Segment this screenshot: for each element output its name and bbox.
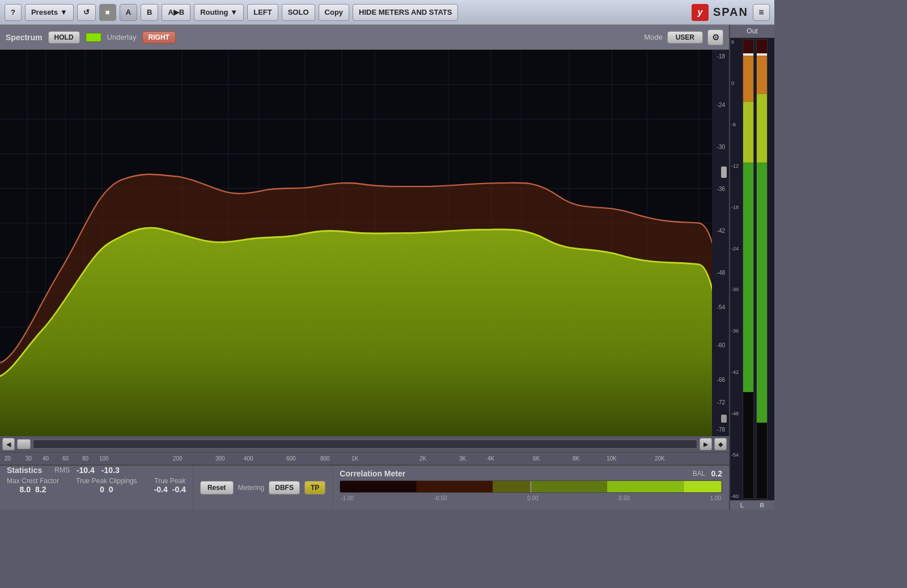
meter-db-neg48: -48 bbox=[731, 411, 743, 416]
statistics-section: Statistics RMS -10.4 -10.3 Max Crest Fac… bbox=[0, 466, 193, 510]
scroll-thumb[interactable] bbox=[17, 439, 31, 449]
correlation-section: Correlation Meter BAL 0.2 bbox=[333, 466, 729, 510]
freq-label-4k: 4K bbox=[488, 455, 494, 462]
freq-label-2k: 2K bbox=[419, 455, 426, 462]
meter-db-neg42: -42 bbox=[731, 369, 743, 375]
db-label-18: -18 bbox=[717, 53, 727, 59]
b-button[interactable]: B bbox=[141, 4, 158, 21]
svg-rect-46 bbox=[757, 163, 767, 423]
freq-label-10k: 10K bbox=[607, 455, 617, 462]
clippings-left: 0 bbox=[100, 485, 104, 494]
meter-db-0: 0 bbox=[731, 80, 743, 86]
correlation-title: Correlation Meter bbox=[340, 469, 405, 478]
correlation-header: Correlation Meter BAL 0.2 bbox=[340, 469, 722, 478]
true-peak-label: True Peak bbox=[154, 477, 185, 485]
freq-labels: 20 30 40 60 80 100 200 300 400 600 800 1… bbox=[0, 452, 729, 465]
solo-button[interactable]: SOLO bbox=[282, 4, 315, 21]
crest-right: 8.2 bbox=[35, 485, 46, 494]
svg-rect-36 bbox=[743, 40, 753, 53]
logo-icon: y bbox=[692, 4, 709, 21]
metering-section: Reset Metering DBFS TP bbox=[193, 466, 333, 510]
svg-rect-47 bbox=[757, 423, 767, 498]
green-indicator[interactable] bbox=[86, 33, 101, 42]
true-peak-left: -0.4 bbox=[154, 485, 168, 494]
statistics-title: Statistics bbox=[7, 466, 48, 475]
crest-left: 8.0 bbox=[20, 485, 31, 494]
true-peak-right: -0.4 bbox=[172, 485, 186, 494]
help-button[interactable]: ? bbox=[5, 4, 22, 21]
db-label-24: -24 bbox=[717, 102, 727, 108]
svg-rect-41 bbox=[743, 392, 753, 498]
spectrum-display[interactable]: -18 -24 -30 -36 -42 -48 -54 -60 -66 -72 … bbox=[0, 50, 729, 436]
svg-rect-30 bbox=[417, 481, 493, 492]
clippings-right: 0 bbox=[109, 485, 113, 494]
mode-button[interactable]: USER bbox=[667, 31, 703, 44]
bal-value: 0.2 bbox=[711, 469, 722, 478]
copy-button[interactable]: Copy bbox=[319, 4, 350, 21]
presets-button[interactable]: Presets ▼ bbox=[25, 4, 74, 21]
logo-text: SPAN bbox=[713, 6, 748, 19]
left-button[interactable]: LEFT bbox=[247, 4, 278, 21]
correlation-meter-bar[interactable] bbox=[340, 480, 722, 493]
rms-right-value: -10.3 bbox=[101, 466, 120, 475]
right-indicator[interactable]: RIGHT bbox=[142, 31, 176, 44]
freq-label-3k: 3K bbox=[459, 455, 466, 462]
svg-rect-29 bbox=[340, 481, 417, 492]
logo-area: y SPAN ≡ bbox=[692, 4, 770, 21]
freq-label-200: 200 bbox=[173, 455, 183, 462]
scroll-left-button[interactable]: ◀ bbox=[2, 438, 15, 450]
meter-display: 6 0 -6 -12 -18 -24 -30 -36 -42 -48 -54 -… bbox=[730, 38, 774, 500]
reset-button[interactable]: Reset bbox=[200, 481, 234, 495]
db-label-30: -30 bbox=[717, 144, 727, 150]
svg-rect-44 bbox=[757, 56, 767, 94]
meter-db-neg60: -60 bbox=[731, 493, 743, 499]
meter-r-label: R bbox=[760, 502, 764, 509]
meter-l-label: L bbox=[740, 502, 744, 509]
meter-lr-labels: L R bbox=[730, 500, 774, 510]
meter-db-neg18: -18 bbox=[731, 204, 743, 210]
metering-label: Metering bbox=[238, 484, 265, 492]
mode-label: Mode bbox=[644, 33, 663, 41]
db-label-60: -60 bbox=[717, 342, 727, 348]
db-scroll-handle[interactable] bbox=[721, 167, 727, 178]
meter-out-title: Out bbox=[730, 25, 774, 38]
svg-rect-42 bbox=[757, 40, 767, 53]
meter-db-neg54: -54 bbox=[731, 452, 743, 458]
dbfs-button[interactable]: DBFS bbox=[269, 481, 300, 495]
a-button[interactable]: A bbox=[120, 4, 137, 21]
ab-button[interactable]: A▶B bbox=[162, 4, 190, 21]
gear-button[interactable]: ⚙ bbox=[707, 29, 723, 45]
hold-button[interactable]: HOLD bbox=[48, 31, 80, 44]
correlation-meter-svg bbox=[340, 481, 722, 492]
routing-button[interactable]: Routing ▼ bbox=[194, 4, 244, 21]
freq-label-8k: 8K bbox=[573, 455, 579, 462]
scroll-right-button[interactable]: ▶ bbox=[700, 438, 712, 450]
scroll-diamond-button[interactable]: ◆ bbox=[714, 438, 727, 450]
meter-db-neg36: -36 bbox=[731, 328, 743, 334]
gray-button[interactable]: ■ bbox=[99, 4, 116, 21]
mode-section: Mode USER ⚙ bbox=[644, 29, 723, 45]
meter-r-channel bbox=[756, 39, 768, 499]
tp-button[interactable]: TP bbox=[304, 481, 325, 495]
scroll-track[interactable] bbox=[33, 440, 697, 449]
freq-label-40: 40 bbox=[43, 455, 49, 462]
menu-button[interactable]: ≡ bbox=[753, 4, 770, 21]
db-scroll-handle-bottom[interactable] bbox=[721, 415, 727, 423]
rms-label: RMS bbox=[54, 466, 70, 474]
hide-meters-button[interactable]: HIDE METERS AND STATS bbox=[353, 4, 458, 21]
freq-label-300: 300 bbox=[215, 455, 225, 462]
svg-rect-33 bbox=[607, 481, 684, 492]
toolbar: ? Presets ▼ ↺ ■ A B A▶B Routing ▼ LEFT S… bbox=[0, 0, 774, 25]
freq-label-20: 20 bbox=[5, 455, 11, 462]
stats-bar: Statistics RMS -10.4 -10.3 Max Crest Fac… bbox=[0, 465, 729, 510]
meter-db-6: 6 bbox=[731, 39, 743, 45]
corr-scale-pos05: 0.50 bbox=[618, 495, 629, 501]
freq-label-1k: 1K bbox=[351, 455, 358, 462]
db-label-36: -36 bbox=[717, 186, 727, 192]
db-label-54: -54 bbox=[717, 304, 727, 310]
svg-rect-39 bbox=[743, 101, 753, 163]
meter-db-labels: 6 0 -6 -12 -18 -24 -30 -36 -42 -48 -54 -… bbox=[731, 38, 743, 500]
db-scale: -18 -24 -30 -36 -42 -48 -54 -60 -66 -72 … bbox=[712, 50, 729, 436]
bal-label: BAL bbox=[693, 470, 706, 478]
reload-button[interactable]: ↺ bbox=[77, 4, 96, 21]
